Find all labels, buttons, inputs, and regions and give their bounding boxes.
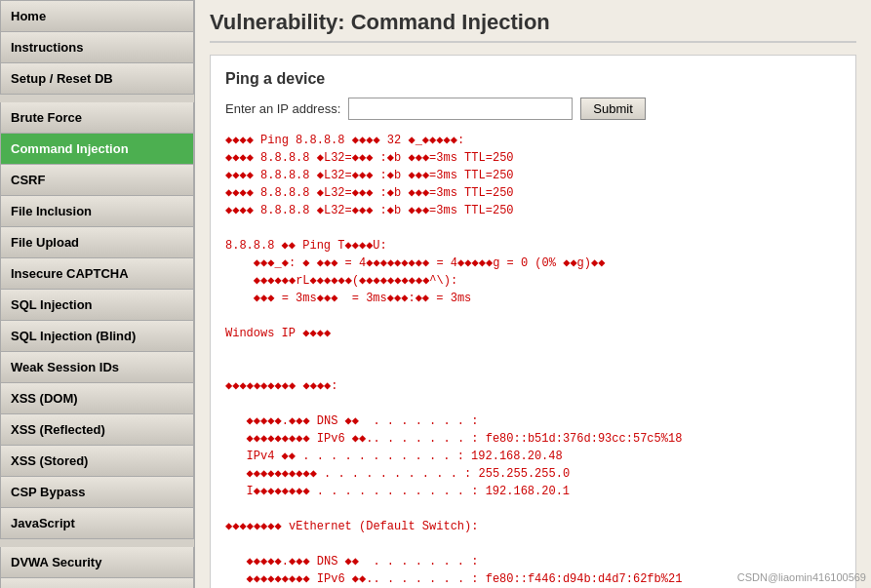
sidebar-item-xss-stored[interactable]: XSS (Stored) (0, 446, 194, 477)
sidebar-item-home[interactable]: Home (0, 0, 194, 32)
sidebar-item-sql-injection[interactable]: SQL Injection (0, 290, 194, 321)
sidebar-item-xss-reflected[interactable]: XSS (Reflected) (0, 414, 194, 446)
sidebar-item-csp-bypass[interactable]: CSP Bypass (0, 477, 194, 508)
page-title: Vulnerability: Command Injection (210, 10, 856, 43)
sidebar: Home Instructions Setup / Reset DB Brute… (0, 0, 195, 588)
main-content: Vulnerability: Command Injection Ping a … (195, 0, 871, 588)
sidebar-divider-2 (0, 539, 194, 547)
sidebar-item-file-inclusion[interactable]: File Inclusion (0, 196, 194, 227)
command-output: ◆◆◆◆ Ping 8.8.8.8 ◆◆◆◆ 32 ◆_◆◆◆◆◆: ◆◆◆◆ … (225, 132, 841, 588)
sidebar-item-sql-injection-blind[interactable]: SQL Injection (Blind) (0, 321, 194, 352)
sidebar-item-command-injection[interactable]: Command Injection (0, 134, 194, 165)
sidebar-item-php-info[interactable]: PHP Info (0, 578, 194, 588)
sidebar-item-file-upload[interactable]: File Upload (0, 227, 194, 258)
sidebar-item-dvwa-security[interactable]: DVWA Security (0, 547, 194, 578)
watermark: CSDN@liaomin416100569 (737, 571, 866, 583)
sidebar-item-csrf[interactable]: CSRF (0, 165, 194, 196)
submit-button[interactable]: Submit (580, 98, 645, 120)
content-box: Ping a device Enter an IP address: Submi… (210, 55, 856, 588)
sidebar-item-instructions[interactable]: Instructions (0, 32, 194, 63)
sidebar-item-xss-dom[interactable]: XSS (DOM) (0, 383, 194, 414)
input-label: Enter an IP address: (225, 101, 340, 116)
sidebar-item-weak-session-ids[interactable]: Weak Session IDs (0, 352, 194, 383)
ip-address-input[interactable] (348, 98, 573, 120)
sidebar-item-javascript[interactable]: JavaScript (0, 508, 194, 539)
sidebar-item-brute-force[interactable]: Brute Force (0, 102, 194, 134)
sidebar-divider-1 (0, 95, 194, 102)
sidebar-item-insecure-captcha[interactable]: Insecure CAPTCHA (0, 258, 194, 290)
box-title: Ping a device (225, 70, 841, 88)
sidebar-item-setup[interactable]: Setup / Reset DB (0, 63, 194, 95)
input-row: Enter an IP address: Submit (225, 98, 841, 120)
